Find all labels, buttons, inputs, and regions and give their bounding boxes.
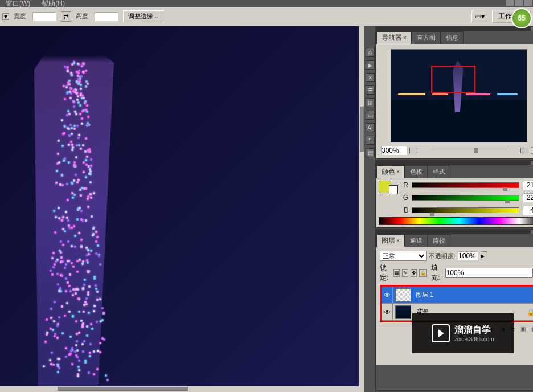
window-controls [506, 0, 532, 6]
navigator-viewport-box[interactable] [431, 66, 475, 93]
zoom-stepper[interactable] [531, 147, 533, 154]
close-button[interactable] [524, 0, 532, 6]
tab-info[interactable]: 信息 [441, 31, 464, 44]
color-swatches[interactable] [379, 181, 398, 215]
swap-dimensions-button[interactable]: ⇄ [61, 11, 71, 22]
visibility-icon[interactable]: 👁 [382, 287, 393, 303]
layer-row[interactable]: 👁 图层 1 [382, 287, 533, 304]
dock-icon-1[interactable]: ▶ [366, 60, 375, 70]
color-panel-header [376, 161, 533, 165]
navigator-preview[interactable] [391, 49, 527, 142]
visibility-icon[interactable]: 👁 [382, 304, 393, 320]
tab-layers[interactable]: 图层× [376, 234, 405, 247]
collapse-icon[interactable] [531, 27, 533, 31]
tab-swatches[interactable]: 色板 [405, 165, 428, 178]
dock-icon-4[interactable]: ⊞ [366, 98, 375, 107]
zoom-slider[interactable] [420, 146, 518, 154]
background-color-swatch[interactable] [389, 185, 398, 194]
minimize-button[interactable] [506, 0, 514, 6]
g-slider[interactable] [412, 195, 519, 201]
r-input[interactable] [523, 181, 533, 190]
dock-strip: ⎙▶✕☰⊞▭A|¶▤ [364, 26, 376, 392]
canvas-area [0, 26, 364, 386]
lock-all-icon[interactable]: 🔒 [419, 269, 427, 277]
tab-navigator[interactable]: 导航器× [376, 31, 412, 44]
horizontal-scrollbar-thumb[interactable] [57, 386, 188, 391]
layer-name[interactable]: 图层 1 [413, 291, 533, 299]
main-area: ⎙▶✕☰⊞▭A|¶▤ 导航器× 直方图 信息 [0, 26, 533, 392]
layer-thumbnail[interactable] [395, 305, 411, 319]
screen-mode-button[interactable]: ▭▾ [472, 11, 487, 22]
watermark-title: 溜溜自学 [454, 324, 494, 336]
navigator-panel: 导航器× 直方图 信息 [376, 26, 533, 159]
collapse-icon[interactable] [531, 161, 533, 165]
tab-color[interactable]: 颜色× [376, 165, 405, 178]
fill-label: 填充: [431, 263, 442, 283]
opacity-input[interactable] [458, 251, 478, 260]
menu-bar: 窗口(W) 帮助(H) [0, 0, 533, 7]
menu-help[interactable]: 帮助(H) [42, 0, 65, 9]
color-panel: 颜色× 色板 样式 R [376, 160, 533, 228]
r-label: R [403, 181, 408, 189]
dock-icon-8[interactable]: ▤ [366, 148, 375, 157]
opacity-stepper[interactable]: ▸ [481, 251, 487, 260]
close-tab-icon[interactable]: × [403, 35, 407, 41]
b-slider[interactable] [412, 207, 519, 213]
g-input[interactable] [523, 193, 533, 202]
navigator-panel-header [376, 27, 533, 31]
g-label: G [403, 194, 408, 202]
fill-input[interactable] [445, 268, 533, 278]
lock-label: 锁定: [380, 263, 391, 283]
canvas-wrapper [0, 26, 364, 392]
width-input[interactable] [32, 12, 56, 21]
horizontal-scrollbar[interactable] [0, 386, 364, 392]
r-slider[interactable] [412, 182, 519, 188]
tab-paths[interactable]: 路径 [428, 234, 450, 247]
dock-icon-5[interactable]: ▭ [366, 111, 375, 120]
lock-icon: 🔒 [526, 308, 533, 316]
blend-mode-select[interactable]: 正常 [380, 251, 427, 261]
maximize-button[interactable] [515, 0, 523, 6]
collapse-icon[interactable] [531, 230, 533, 234]
layer-thumbnail[interactable] [395, 288, 411, 302]
zoom-out-icon[interactable] [409, 148, 417, 153]
canvas-image[interactable] [0, 26, 359, 386]
vertical-scrollbar-thumb[interactable] [359, 106, 364, 152]
b-input[interactable] [523, 206, 533, 215]
opacity-label: 不透明度: [429, 252, 456, 260]
height-label: 高度: [76, 12, 90, 21]
options-bar: ▾ 宽度: ⇄ 高度: 调整边缘... ▭▾ 工作区 ▾ 65 [0, 7, 533, 26]
height-input[interactable] [95, 12, 118, 21]
zoom-input[interactable] [381, 146, 407, 155]
layers-panel: 图层× 通道 路径 正常 不透明度: ▸ 锁定: ▦ ✎ ✥ [376, 229, 533, 391]
dock-icon-0[interactable]: ⎙ [366, 48, 375, 57]
tab-histogram[interactable]: 直方图 [412, 31, 441, 44]
tab-channels[interactable]: 通道 [405, 234, 428, 247]
play-icon [432, 324, 450, 342]
lock-position-icon[interactable]: ✥ [411, 269, 417, 277]
right-panels: ⎙▶✕☰⊞▭A|¶▤ 导航器× 直方图 信息 [364, 26, 533, 392]
dock-icon-7[interactable]: ¶ [366, 136, 375, 145]
dock-icon-3[interactable]: ☰ [366, 85, 375, 95]
lock-transparency-icon[interactable]: ▦ [393, 269, 400, 277]
dock-icon-2[interactable]: ✕ [366, 73, 375, 82]
vertical-scrollbar[interactable] [359, 26, 364, 386]
zoom-slider-thumb[interactable] [474, 148, 478, 153]
dock-icon-6[interactable]: A| [366, 123, 375, 132]
new-layer-icon[interactable]: ▣ [519, 325, 527, 333]
color-ramp[interactable] [379, 217, 533, 225]
tool-preset-dropdown[interactable]: ▾ [2, 13, 9, 20]
watermark-url: zixue.3d66.com [454, 336, 494, 342]
adjust-edge-button[interactable]: 调整边缘... [123, 10, 163, 22]
watermark: 溜溜自学 zixue.3d66.com [412, 313, 514, 353]
menu-window[interactable]: 窗口(W) [6, 0, 30, 9]
tab-styles[interactable]: 样式 [428, 165, 450, 178]
zoom-in-icon[interactable] [520, 148, 528, 153]
width-label: 宽度: [14, 12, 28, 21]
badge-circle: 65 [511, 8, 532, 28]
close-tab-icon[interactable]: × [396, 238, 400, 244]
lock-pixels-icon[interactable]: ✎ [402, 269, 408, 277]
b-label: B [403, 206, 408, 214]
delete-layer-icon[interactable]: 🗑 [530, 325, 533, 333]
close-tab-icon[interactable]: × [396, 169, 400, 175]
